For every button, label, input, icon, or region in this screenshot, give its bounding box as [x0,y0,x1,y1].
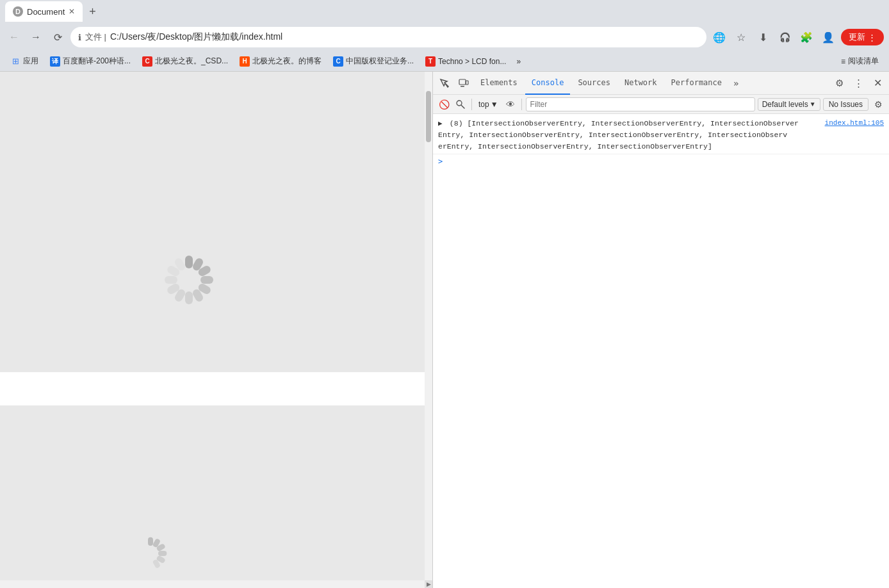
loading-spinner-1 [160,251,218,309]
reload-btn[interactable]: ⟳ [49,28,67,46]
bookmark-csd[interactable]: C 北极光之夜。_CSD... [137,54,233,68]
no-issues-btn[interactable]: No Issues [823,98,869,111]
context-selector[interactable]: top ▼ [476,99,501,110]
devtools-device-btn[interactable] [455,74,473,92]
tab-close-btn[interactable]: ✕ [69,7,75,16]
update-btn[interactable]: 更新 ⋮ [841,29,884,45]
page-area: ▶ [0,72,432,588]
bookmark-apps[interactable]: ⊞ 应用 [5,54,44,68]
bookmark-baidu[interactable]: 译 百度翻译-200种语... [45,54,136,68]
default-levels-btn[interactable]: Default levels ▼ [758,98,820,111]
white-rect [0,372,425,405]
console-input[interactable] [446,157,884,166]
context-dropdown-icon: ▼ [491,100,498,109]
address-bar[interactable]: ℹ 文件 | C:/Users/夜/Desktop/图片懒加载/index.ht… [70,27,706,47]
console-output: ▶ (8) [IntersectionObserverEntry, Inters… [433,114,889,588]
svg-point-21 [457,101,462,106]
tab-bar: D Document ✕ + [0,0,889,23]
lock-icon: ℹ [78,33,81,42]
console-filter-toggle-btn[interactable] [453,97,468,111]
console-filter-input[interactable] [526,97,755,111]
apps-icon: ⊞ [10,56,20,67]
huawei-icon: H [240,56,250,67]
bookmark-apps-label: 应用 [23,56,38,67]
bookmark-copyright-label: 中国版权登记业务... [346,56,414,67]
bookmark-copyright[interactable]: C 中国版权登记业务... [328,54,419,68]
translate-btn[interactable]: 🌐 [710,28,728,46]
console-clear-btn[interactable]: 🚫 [437,97,451,111]
copyright-icon: C [333,56,343,67]
devtools-tabbar: Elements Console Sources Network Perform… [433,72,889,95]
back-btn[interactable]: ← [5,28,23,46]
console-log-content: ▶ (8) [IntersectionObserverEntry, Inters… [438,118,825,152]
baidu-icon: 译 [50,56,60,67]
reading-list-btn[interactable]: ≡ 阅读清单 [836,54,884,68]
bookmark-blog-label: 北极光之夜。的博客 [252,56,322,67]
main-area: ▶ Elements Console [0,72,889,588]
svg-rect-12 [148,537,153,546]
console-eye-btn[interactable]: 👁 [503,97,518,111]
console-settings-btn[interactable]: ⚙ [871,97,885,111]
tab-title: Document [27,7,65,17]
page-scrollbar-thumb[interactable] [426,91,431,142]
update-label: 更新 [849,31,865,43]
address-bar-row: ← → ⟳ ℹ 文件 | C:/Users/夜/Desktop/图片懒加载/in… [0,23,889,51]
menu-dots-icon: ⋮ [868,33,876,42]
bookmark-baidu-label: 百度翻译-200种语... [63,56,131,67]
forward-btn[interactable]: → [27,28,45,46]
profile-btn[interactable]: 👤 [819,28,837,46]
reading-list-label: 阅读清单 [848,56,879,67]
active-tab[interactable]: D Document ✕ [5,1,83,22]
techno-icon: T [425,56,436,67]
extensions-menu-btn[interactable]: ⬇ [754,28,772,46]
tab-console[interactable]: Console [525,72,571,95]
default-levels-chevron: ▼ [810,101,816,108]
console-log-source-link[interactable]: index.html:105 [825,118,884,129]
tab-favicon: D [13,6,23,17]
svg-line-22 [462,105,465,108]
reading-list-icon: ≡ [841,57,845,66]
console-log-text: (8) [IntersectionObserverEntry, Intersec… [438,119,799,151]
svg-rect-6 [185,291,193,304]
page-scrollbar[interactable] [425,72,432,588]
svg-rect-18 [459,79,466,85]
browser-chrome: D Document ✕ + ← → ⟳ ℹ 文件 | C:/Users/夜/D… [0,0,889,72]
svg-rect-15 [158,551,167,556]
file-label: 文件 | [85,31,106,43]
bookmark-techno[interactable]: T Techno > LCD fon... [420,55,511,68]
console-prompt-line[interactable]: > [433,154,889,168]
devtools-settings-btn[interactable]: ⚙ [830,74,848,92]
bookmark-blog[interactable]: H 北极光之夜。的博客 [234,54,327,68]
devtools-toolbar-right: ⚙ ⋮ ✕ [830,74,886,92]
headphone-ext-btn[interactable]: 🎧 [776,28,794,46]
loading-spinner-2 [122,534,179,575]
console-separator-1 [471,99,472,110]
svg-rect-9 [165,276,177,284]
console-log-entry: ▶ (8) [IntersectionObserverEntry, Inters… [433,117,889,154]
url-text: C:/Users/夜/Desktop/图片懒加载/index.html [110,31,282,43]
tab-sources[interactable]: Sources [571,72,617,95]
devtools-more-tabs-btn[interactable]: » [730,76,742,91]
default-levels-label: Default levels [762,100,808,109]
devtools-inspect-btn[interactable] [436,74,453,92]
no-issues-label: No Issues [829,100,863,109]
tab-network[interactable]: Network [618,72,664,95]
devtools-menu-btn[interactable]: ⋮ [849,74,867,92]
svg-rect-20 [461,86,464,87]
tab-performance[interactable]: Performance [665,72,728,95]
bookmarks-more-btn[interactable]: » [512,56,525,67]
bookmarks-bar: ⊞ 应用 译 百度翻译-200种语... C 北极光之夜。_CSD... H 北… [0,51,889,72]
expand-arrow[interactable]: ▶ [438,120,443,127]
devtools-panel: Elements Console Sources Network Perform… [432,72,889,588]
console-toolbar: 🚫 top ▼ 👁 Default levels ▼ No Issues [433,95,889,114]
new-tab-btn[interactable]: + [85,4,100,20]
console-separator-2 [521,99,522,110]
bookmark-csd-label: 北极光之夜。_CSD... [155,56,228,67]
tab-elements[interactable]: Elements [474,72,524,95]
context-value: top [478,100,489,109]
bookmark-btn[interactable]: ☆ [732,28,750,46]
puzzle-ext-btn[interactable]: 🧩 [797,28,815,46]
devtools-close-btn[interactable]: ✕ [869,74,886,92]
console-prompt-icon: > [438,157,443,166]
page-hscrollbar[interactable]: ▶ [0,580,432,588]
